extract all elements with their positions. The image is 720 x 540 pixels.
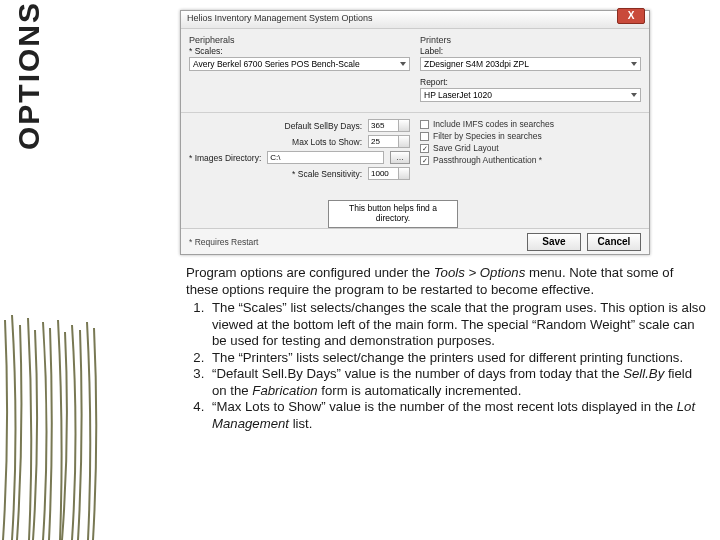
report-printer-dropdown[interactable]: HP LaserJet 1020 — [420, 88, 641, 102]
checkbox-label: Save Grid Layout — [433, 143, 499, 153]
options-dialog: Helios Inventory Management System Optio… — [180, 10, 650, 255]
explanation-text: Program options are configured under the… — [186, 265, 706, 432]
report-printer-label: Report: — [420, 77, 641, 87]
default-sellby-input[interactable]: 365 — [368, 119, 410, 132]
printers-label: Printers — [420, 35, 641, 45]
intro-menu-path: Tools > Options — [434, 265, 526, 280]
peripherals-label: Peripherals — [189, 35, 410, 45]
checkbox-icon — [420, 120, 429, 129]
scale-sensitivity-input[interactable]: 1000 — [368, 167, 410, 180]
scale-sensitivity-label: * Scale Sensitivity: — [189, 169, 362, 179]
max-lots-input[interactable]: 25 — [368, 135, 410, 148]
close-button[interactable]: X — [617, 8, 645, 24]
checkbox-filter-species[interactable]: Filter by Species in searches — [420, 131, 641, 141]
li3-c: form is automatically incremented. — [318, 383, 522, 398]
images-dir-label: * Images Directory: — [189, 153, 261, 163]
list-item: The “Printers” lists select/change the p… — [208, 350, 706, 367]
label-printer-label: Label: — [420, 46, 641, 56]
li4-a: “Max Lots to Show” value is the number o… — [212, 399, 677, 414]
sidebar-graphic: OPTIONS — [0, 0, 98, 540]
save-button[interactable]: Save — [527, 233, 581, 251]
cancel-button[interactable]: Cancel — [587, 233, 641, 251]
checkbox-save-grid[interactable]: ✓ Save Grid Layout — [420, 143, 641, 153]
list-item: The “Scales” list selects/changes the sc… — [208, 300, 706, 350]
checkbox-label: Passthrough Authentication * — [433, 155, 542, 165]
li3-em1: Sell.By — [623, 366, 664, 381]
max-lots-label: Max Lots to Show: — [189, 137, 362, 147]
scales-dropdown[interactable]: Avery Berkel 6700 Series POS Bench-Scale — [189, 57, 410, 71]
default-sellby-label: Default SellBy Days: — [189, 121, 362, 131]
section-title: OPTIONS — [12, 1, 46, 150]
checkbox-imfs[interactable]: Include IMFS codes in searches — [420, 119, 641, 129]
checkbox-icon: ✓ — [420, 156, 429, 165]
dialog-title: Helios Inventory Management System Optio… — [181, 11, 649, 25]
checkbox-label: Filter by Species in searches — [433, 131, 542, 141]
checkbox-passthrough[interactable]: ✓ Passthrough Authentication * — [420, 155, 641, 165]
requires-restart-note: * Requires Restart — [189, 237, 521, 247]
checkbox-label: Include IMFS codes in searches — [433, 119, 554, 129]
intro-text: Program options are configured under the — [186, 265, 434, 280]
scales-label: * Scales: — [189, 46, 410, 56]
li3-em2: Fabrication — [252, 383, 317, 398]
images-dir-input[interactable]: C:\ — [267, 151, 384, 164]
dialog-titlebar: Helios Inventory Management System Optio… — [181, 11, 649, 29]
li4-b: list. — [289, 416, 312, 431]
callout-tooltip: This button helps find a directory. — [328, 200, 458, 228]
checkbox-icon: ✓ — [420, 144, 429, 153]
li3-a: “Default Sell.By Days” value is the numb… — [212, 366, 623, 381]
label-printer-dropdown[interactable]: ZDesigner S4M 203dpi ZPL — [420, 57, 641, 71]
browse-button[interactable]: … — [390, 151, 410, 164]
checkbox-icon — [420, 132, 429, 141]
list-item: “Default Sell.By Days” value is the numb… — [208, 366, 706, 399]
list-item: “Max Lots to Show” value is the number o… — [208, 399, 706, 432]
